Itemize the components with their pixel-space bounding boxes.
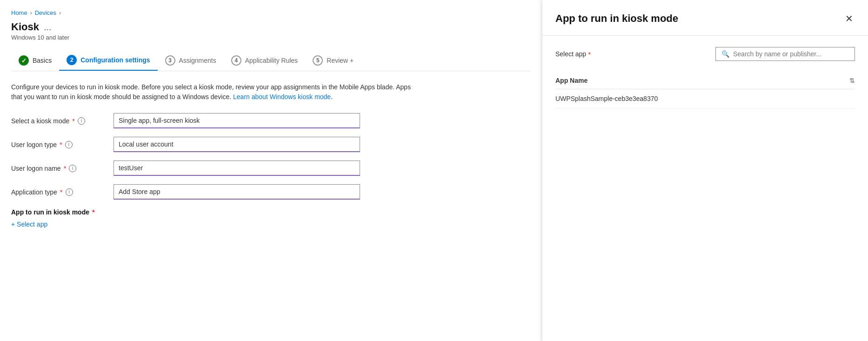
step-circle-assignments: 3 [165, 55, 175, 66]
select-app-label: Select app * [555, 50, 591, 58]
user-logon-type-required: * [60, 140, 62, 148]
step-label-applicability: Applicability Rules [245, 57, 298, 64]
application-type-info-icon[interactable]: i [66, 188, 73, 196]
breadcrumb-sep-1: › [30, 10, 32, 16]
step-circle-review: 5 [313, 55, 323, 66]
right-panel: App to run in kiosk mode ✕ Select app * … [542, 0, 868, 341]
step-label-review: Review + [327, 57, 354, 64]
step-circle-configuration: 2 [67, 55, 77, 65]
application-type-label: Application type * i [11, 184, 104, 196]
application-type-input[interactable] [114, 184, 360, 200]
search-box[interactable]: 🔍 [715, 47, 855, 61]
select-app-link[interactable]: + Select app [11, 221, 47, 228]
close-button[interactable]: ✕ [843, 11, 855, 26]
wizard-step-configuration[interactable]: 2 Configuration settings [59, 50, 157, 71]
kiosk-mode-input-wrapper [114, 113, 360, 128]
app-table-header: App Name ⇅ [555, 72, 855, 89]
step-label-configuration: Configuration settings [80, 56, 150, 64]
wizard-steps: ✓ Basics 2 Configuration settings 3 Assi… [11, 50, 531, 71]
step-circle-basics: ✓ [19, 55, 29, 66]
right-panel-header: App to run in kiosk mode ✕ [542, 0, 868, 36]
kiosk-mode-label: Select a kiosk mode * i [11, 113, 104, 125]
step-circle-applicability: 4 [231, 55, 241, 66]
page-ellipsis-button[interactable]: ... [44, 22, 52, 33]
left-panel: Home › Devices › Kiosk ... Windows 10 an… [0, 0, 542, 341]
user-logon-type-info-icon[interactable]: i [65, 141, 73, 148]
table-row[interactable]: UWPSplashSample-ceb3e3ea8370 [555, 89, 855, 108]
search-icon: 🔍 [721, 50, 729, 58]
user-logon-type-input[interactable] [114, 137, 360, 152]
user-logon-type-label: User logon type * i [11, 137, 104, 148]
user-logon-name-label: User logon name * i [11, 160, 104, 172]
kiosk-mode-info-icon[interactable]: i [78, 117, 85, 125]
learn-more-link[interactable]: Learn about Windows kiosk mode [233, 93, 331, 100]
app-to-run-section: App to run in kiosk mode * + Select app [11, 208, 531, 228]
application-type-input-wrapper [114, 184, 360, 200]
wizard-step-assignments[interactable]: 3 Assignments [158, 51, 224, 70]
breadcrumb-home[interactable]: Home [11, 9, 27, 16]
select-app-row: Select app * 🔍 [555, 47, 855, 61]
kiosk-mode-field: Select a kiosk mode * i [11, 113, 531, 128]
kiosk-mode-required: * [72, 117, 75, 125]
user-logon-name-input-wrapper [114, 160, 360, 176]
app-section-required: * [92, 208, 95, 216]
application-type-field: Application type * i [11, 184, 531, 200]
page-title: Kiosk [11, 21, 39, 33]
user-logon-type-field: User logon type * i [11, 137, 531, 152]
app-table: App Name ⇅ UWPSplashSample-ceb3e3ea8370 [555, 72, 855, 108]
right-panel-body: Select app * 🔍 App Name ⇅ UWPSplashSampl… [542, 36, 868, 341]
right-panel-title: App to run in kiosk mode [555, 13, 678, 25]
user-logon-name-input[interactable] [114, 160, 360, 176]
wizard-step-review[interactable]: 5 Review + [305, 51, 361, 70]
app-section-title: App to run in kiosk mode * [11, 208, 531, 216]
user-logon-name-required: * [64, 164, 67, 172]
application-type-required: * [60, 188, 63, 196]
breadcrumb-devices[interactable]: Devices [35, 9, 56, 16]
app-table-header-label: App Name [555, 77, 588, 84]
wizard-step-basics[interactable]: ✓ Basics [11, 51, 59, 70]
user-logon-name-info-icon[interactable]: i [69, 165, 76, 172]
step-label-assignments: Assignments [179, 57, 216, 64]
select-app-required: * [588, 50, 591, 58]
search-input[interactable] [733, 50, 849, 58]
app-name-cell: UWPSplashSample-ceb3e3ea8370 [555, 95, 658, 102]
kiosk-mode-input[interactable] [114, 113, 360, 128]
description-text: Configure your devices to run in kiosk m… [11, 82, 411, 102]
user-logon-name-field: User logon name * i [11, 160, 531, 176]
sort-icon[interactable]: ⇅ [849, 77, 855, 84]
page-title-row: Kiosk ... [11, 21, 531, 33]
page-subtitle: Windows 10 and later [11, 34, 531, 41]
breadcrumb-sep-2: › [59, 10, 61, 16]
step-label-basics: Basics [33, 57, 52, 64]
wizard-step-applicability[interactable]: 4 Applicability Rules [224, 51, 306, 70]
user-logon-type-input-wrapper [114, 137, 360, 152]
breadcrumb: Home › Devices › [11, 9, 531, 16]
close-icon: ✕ [845, 13, 853, 24]
